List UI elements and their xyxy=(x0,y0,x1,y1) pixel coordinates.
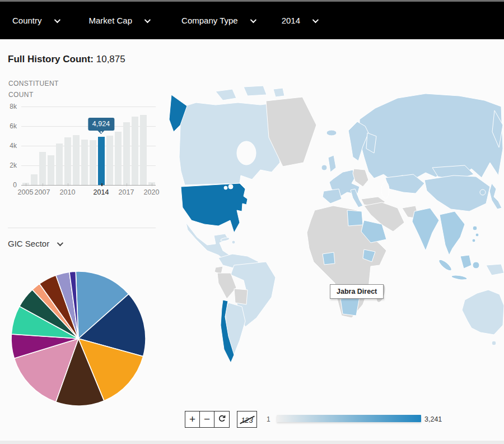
page-bottom-strip xyxy=(0,441,504,444)
y-axis-tick-label: 6k xyxy=(10,122,17,130)
chevron-down-icon xyxy=(250,16,256,22)
country-ireland[interactable] xyxy=(321,165,327,170)
bar-2010[interactable] xyxy=(64,137,71,185)
country-new-guinea[interactable] xyxy=(486,264,504,275)
bar-2019[interactable] xyxy=(140,115,147,185)
gic-sector-dropdown[interactable]: GIC Sector xyxy=(8,239,62,248)
dashboard: Country Market Cap Company Type 2014 Ful… xyxy=(0,0,504,444)
filter-bar: Country Market Cap Company Type 2014 xyxy=(0,0,504,39)
filter-year-label: 2014 xyxy=(282,16,300,25)
bar-2011[interactable] xyxy=(73,135,80,185)
x-axis-tick-label: 2010 xyxy=(60,188,76,196)
great-lakes xyxy=(228,184,233,189)
x-axis-tick-label: 2020 xyxy=(144,188,160,196)
filter-company-type-label: Company Type xyxy=(181,16,238,25)
hudson-bay xyxy=(237,141,256,165)
labels-toggle-button[interactable]: 123 xyxy=(237,411,257,428)
zoom-out-button[interactable]: − xyxy=(200,411,214,427)
country-iceland[interactable] xyxy=(326,130,337,136)
filter-country[interactable]: Country xyxy=(12,16,59,25)
map-controls: + − 123 1 3,241 xyxy=(162,411,504,433)
country-australia-tasmania[interactable] xyxy=(492,341,496,345)
y-axis-tick-label: 0 xyxy=(13,181,17,189)
gridline xyxy=(21,185,156,186)
x-axis-tick xyxy=(68,183,68,186)
bar-2007[interactable] xyxy=(39,152,46,185)
gridline xyxy=(21,107,156,107)
world-map[interactable] xyxy=(162,42,504,409)
bar-2009[interactable] xyxy=(56,144,63,185)
bar-2017[interactable] xyxy=(123,122,130,185)
constituent-count-chart: 8k6k4k2k0 4,924 200520072010201420172020 xyxy=(8,104,157,203)
y-axis-tick-label: 8k xyxy=(10,103,17,110)
country-canada-islands[interactable] xyxy=(216,86,284,100)
country-india[interactable] xyxy=(412,208,439,251)
bar-2006[interactable] xyxy=(31,174,38,185)
country-indonesia-sumatra[interactable] xyxy=(437,258,453,272)
caribbean-island[interactable] xyxy=(232,240,235,244)
filter-company-type[interactable]: Company Type xyxy=(181,16,255,25)
filter-country-label: Country xyxy=(12,16,42,25)
bar-2015[interactable] xyxy=(106,136,113,185)
country-indonesia-borneo[interactable] xyxy=(460,255,472,269)
bar-2016[interactable] xyxy=(115,132,122,185)
country-spain-portugal[interactable] xyxy=(323,189,342,203)
y-axis-tick-label: 4k xyxy=(10,142,17,150)
x-axis-tick xyxy=(101,183,102,186)
country-peru[interactable] xyxy=(217,273,236,299)
bar-value-tooltip: 4,924 xyxy=(88,118,114,131)
country-south-korea[interactable] xyxy=(480,189,486,195)
zoom-in-button[interactable]: + xyxy=(185,411,200,427)
country-kazakhstan[interactable] xyxy=(385,174,424,193)
region-eastern-europe[interactable] xyxy=(353,169,368,187)
country-australia[interactable] xyxy=(462,290,504,335)
country-philippines[interactable] xyxy=(472,239,475,242)
caspian-sea xyxy=(381,182,389,198)
y-axis-tick-label: 2k xyxy=(10,161,17,169)
bar-2008[interactable] xyxy=(48,155,54,185)
x-axis-tick-label: 2007 xyxy=(35,188,50,196)
gic-sector-label: GIC Sector xyxy=(8,239,49,248)
x-axis-tick xyxy=(152,183,152,186)
country-russia[interactable] xyxy=(360,94,503,180)
bar-2018[interactable] xyxy=(132,117,138,185)
country-japan[interactable] xyxy=(489,183,502,209)
country-bolivia[interactable] xyxy=(234,289,248,304)
legend-max-value: 3,241 xyxy=(424,415,442,423)
country-indonesia-sulawesi[interactable] xyxy=(473,262,479,269)
full-history-count-label: Full History Count: xyxy=(8,54,94,64)
chevron-down-icon xyxy=(57,239,63,246)
country-philippines[interactable] xyxy=(475,233,479,237)
great-lakes xyxy=(224,186,227,189)
tooltip-anchor-dot xyxy=(100,131,102,133)
filter-market-cap[interactable]: Market Cap xyxy=(89,16,150,25)
region-southeast-asia[interactable] xyxy=(440,211,465,255)
country-indonesia-java[interactable] xyxy=(451,275,468,281)
gic-sector-pie-chart[interactable] xyxy=(8,269,148,409)
chevron-down-icon xyxy=(144,16,151,22)
refresh-icon xyxy=(218,414,226,423)
x-axis-tick-label: 2014 xyxy=(94,188,109,196)
bar-2014[interactable] xyxy=(98,137,105,185)
full-history-count-value: 10,875 xyxy=(96,54,125,64)
chevron-down-icon xyxy=(312,16,319,22)
zoom-control-group: + − xyxy=(185,411,230,428)
country-nigeria[interactable] xyxy=(323,252,335,265)
country-philippines[interactable] xyxy=(473,226,477,230)
x-axis-tick xyxy=(26,183,26,186)
panel-divider xyxy=(8,228,156,228)
reset-view-button[interactable] xyxy=(214,411,229,427)
country-uk[interactable] xyxy=(328,155,336,172)
constituent-count-axis-title: CONSTITUENT COUNT xyxy=(8,78,59,100)
chevron-down-icon xyxy=(54,16,60,22)
country-south-africa[interactable] xyxy=(340,297,360,316)
bar-2013[interactable] xyxy=(90,140,96,186)
x-axis-tick-label: 2017 xyxy=(119,188,134,196)
bar-2012[interactable] xyxy=(81,140,88,185)
filter-year[interactable]: 2014 xyxy=(282,16,317,25)
country-egypt[interactable] xyxy=(347,210,363,226)
page-title: Full History Count: 10,875 xyxy=(8,54,125,65)
map-tooltip: Jabra Direct xyxy=(330,284,384,299)
country-usa[interactable] xyxy=(181,183,248,233)
x-axis-tick xyxy=(43,183,43,186)
